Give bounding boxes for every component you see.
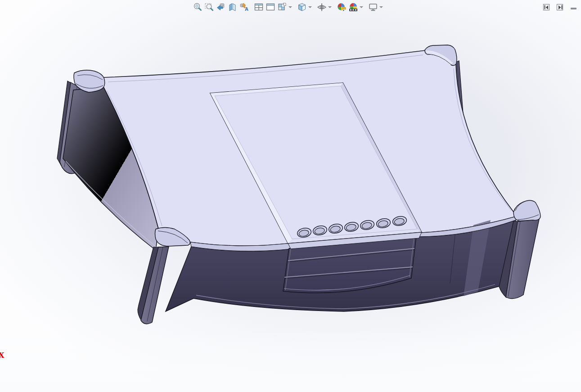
annotation-view-icon: A [239, 2, 249, 12]
zoom-to-fit-button[interactable] [192, 2, 203, 13]
edit-appearance-button[interactable] [336, 2, 347, 13]
previous-view-button[interactable] [216, 2, 226, 13]
zoom-to-area-button[interactable] [204, 2, 215, 13]
four-viewport-button[interactable] [253, 2, 264, 13]
section-view-icon [228, 2, 238, 12]
pane-arrow-right-icon [556, 4, 564, 11]
section-view-button[interactable] [227, 2, 238, 13]
triad-x-label: X [0, 351, 4, 360]
display-style-group [297, 2, 313, 13]
view-settings-group [368, 2, 384, 13]
view-settings-icon [368, 2, 378, 12]
single-viewport-icon [266, 2, 275, 12]
previous-view-icon [216, 2, 226, 12]
annotation-view-button[interactable]: A [239, 2, 250, 13]
apply-scene-icon [348, 2, 358, 12]
pane-arrow-left-icon [543, 4, 550, 11]
hide-show-items-button[interactable] [316, 2, 327, 13]
view-settings-button[interactable] [368, 2, 378, 13]
apply-scene-dropdown[interactable] [360, 6, 363, 8]
display-style-button[interactable] [297, 2, 307, 13]
view-settings-dropdown[interactable] [379, 6, 383, 8]
viewport-tools-group [253, 2, 293, 13]
appearance-group [336, 2, 364, 13]
view-heads-up-toolbar: A [192, 1, 387, 13]
hide-show-items-icon [317, 2, 327, 12]
expand-pane-right-button[interactable] [556, 3, 564, 11]
apply-scene-button[interactable] [348, 2, 359, 13]
panel-controls [542, 3, 577, 11]
zoom-tools-group: A [192, 2, 250, 13]
hide-show-group [316, 2, 333, 13]
edit-appearance-icon [337, 2, 347, 12]
collapse-pane-left-button[interactable] [542, 3, 550, 11]
minimize-icon [571, 8, 576, 9]
zoom-to-area-icon [204, 2, 214, 12]
four-viewport-icon [254, 2, 264, 12]
view-orientation-icon [277, 2, 287, 12]
minimize-button[interactable] [569, 3, 577, 11]
cad-model[interactable] [0, 0, 581, 392]
single-viewport-button[interactable] [265, 2, 276, 13]
display-style-icon [297, 2, 307, 12]
hide-show-items-dropdown[interactable] [328, 6, 332, 8]
view-orientation-button[interactable] [277, 2, 288, 13]
view-orientation-dropdown[interactable] [288, 6, 292, 8]
display-style-dropdown[interactable] [308, 6, 312, 8]
zoom-to-fit-icon [193, 2, 203, 12]
svg-text:A: A [245, 6, 248, 12]
